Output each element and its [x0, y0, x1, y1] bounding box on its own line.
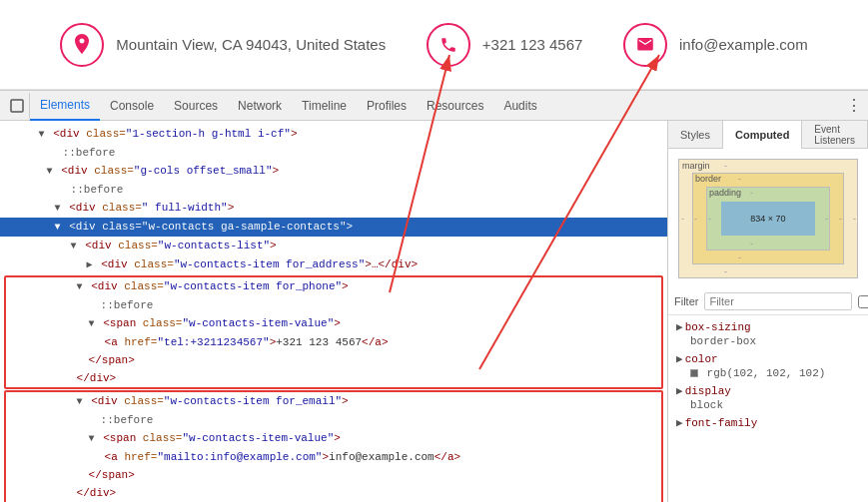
dom-line: </span>: [6, 466, 661, 484]
styles-panel: Styles Computed Event Listeners margin -…: [668, 121, 868, 502]
padding-right-dash: -: [825, 214, 828, 224]
css-prop-font-family: ▶ font-family: [676, 415, 860, 431]
expand-icon[interactable]: ▶: [676, 383, 683, 399]
email-highlight-box: ▼ <div class="w-contacts-item for_email"…: [4, 390, 663, 502]
dom-line: ▼ <div class="w-contacts-item for_phone"…: [6, 277, 661, 296]
prop-value-display: block: [676, 399, 860, 411]
filter-label: Filter: [674, 295, 698, 307]
tab-styles[interactable]: Styles: [668, 121, 723, 149]
dom-line: </span>: [6, 351, 661, 369]
devtools-toolbar: Elements Console Sources Network Timelin…: [0, 91, 868, 121]
devtools-panel: Elements Console Sources Network Timelin…: [0, 90, 868, 502]
tab-audits[interactable]: Audits: [493, 91, 546, 121]
prop-name[interactable]: font-family: [685, 415, 758, 431]
box-model: margin - - - - border - - - - padding -: [678, 159, 858, 278]
padding-top-dash: -: [750, 188, 753, 198]
dom-line: ::before: [6, 296, 661, 314]
devtools-content: ▼ <div class="1-section-h g-html i-cf"> …: [0, 121, 868, 502]
content-layer: 834 × 70: [721, 202, 815, 236]
content-size: 834 × 70: [750, 214, 785, 224]
border-left-dash: -: [694, 214, 697, 224]
top-bar: Mountain View, CA 94043, United States +…: [0, 0, 868, 90]
tab-console[interactable]: Console: [100, 91, 164, 121]
tab-resources[interactable]: Resources: [417, 91, 493, 121]
padding-bottom-dash: -: [750, 239, 753, 249]
dom-line: </div>: [6, 484, 661, 502]
dom-line: ▼ <div class="w-contacts-item for_email"…: [6, 392, 661, 411]
prop-name[interactable]: color: [685, 351, 718, 367]
padding-left-dash: -: [708, 214, 711, 224]
border-label: border: [695, 174, 721, 184]
location-icon: [60, 23, 104, 67]
margin-label: margin: [682, 161, 710, 171]
padding-label: padding: [709, 188, 741, 198]
margin-bottom-dash: -: [724, 266, 727, 276]
expand-icon[interactable]: ▶: [676, 319, 683, 335]
tab-profiles[interactable]: Profiles: [357, 91, 417, 121]
location-contact: Mountain View, CA 94043, United States: [60, 23, 386, 67]
dom-line: <a href="mailto:info@example.com">info@e…: [6, 448, 661, 466]
prop-value-box-sizing: border-box: [676, 335, 860, 347]
margin-right-dash: -: [853, 214, 856, 224]
box-model-container: margin - - - - border - - - - padding -: [668, 149, 868, 288]
margin-left-dash: -: [681, 214, 684, 224]
tab-event-listeners[interactable]: Event Listeners: [802, 121, 868, 149]
dom-line: ▼ <div class="g-cols offset_small">: [0, 162, 667, 181]
dom-line: ::before: [0, 181, 667, 199]
dom-line-selected[interactable]: ▼ <div class="w-contacts ga-sample-conta…: [0, 218, 667, 237]
elements-panel[interactable]: ▼ <div class="1-section-h g-html i-cf"> …: [0, 121, 668, 502]
dom-line: ::before: [0, 144, 667, 162]
email-text: info@example.com: [679, 36, 808, 53]
phone-highlight-box: ▼ <div class="w-contacts-item for_phone"…: [4, 275, 663, 389]
cursor-icon[interactable]: [4, 93, 30, 119]
border-bottom-dash: -: [738, 252, 741, 262]
show-checkbox[interactable]: [858, 295, 868, 308]
color-swatch: [690, 369, 698, 377]
dom-line: ▼ <div class="1-section-h g-html i-cf">: [0, 125, 667, 144]
phone-text: +321 123 4567: [482, 36, 583, 53]
phone-contact: +321 123 4567: [427, 23, 583, 67]
border-top-dash: -: [738, 174, 741, 184]
filter-bar: Filter Show: [668, 288, 868, 315]
location-text: Mountain View, CA 94043, United States: [116, 36, 386, 53]
dom-line: ▼ <div class="w-contacts-list">: [0, 237, 667, 255]
dom-line: ▼ <div class=" full-width">: [0, 199, 667, 218]
email-icon: [623, 23, 667, 67]
show-checkbox-group: Show: [858, 295, 868, 308]
tab-elements[interactable]: Elements: [30, 91, 100, 121]
tab-sources[interactable]: Sources: [164, 91, 228, 121]
phone-icon: [427, 23, 470, 67]
tab-computed[interactable]: Computed: [723, 121, 802, 149]
expand-icon[interactable]: ▶: [676, 351, 683, 367]
expand-icon[interactable]: ▶: [676, 415, 683, 431]
css-properties: ▶ box-sizing border-box ▶ color rgb(102,…: [668, 315, 868, 502]
tab-network[interactable]: Network: [228, 91, 292, 121]
dom-line: ▼ <span class="w-contacts-item-value">: [6, 429, 661, 448]
dom-line: ▶ <div class="w-contacts-item for_addres…: [0, 255, 667, 274]
tab-timeline[interactable]: Timeline: [292, 91, 357, 121]
more-options-icon[interactable]: ⋮: [844, 91, 864, 121]
styles-tabs: Styles Computed Event Listeners: [668, 121, 868, 149]
dom-line: ::before: [6, 411, 661, 429]
css-prop-color: ▶ color rgb(102, 102, 102): [676, 351, 860, 379]
css-prop-display: ▶ display block: [676, 383, 860, 411]
svg-rect-0: [11, 100, 23, 112]
prop-value-color: rgb(102, 102, 102): [676, 367, 860, 379]
dom-line: </div>: [6, 369, 661, 387]
css-prop-box-sizing: ▶ box-sizing border-box: [676, 319, 860, 347]
filter-input[interactable]: [704, 292, 852, 310]
margin-top-dash: -: [724, 161, 727, 171]
prop-name[interactable]: display: [685, 383, 731, 399]
email-contact: info@example.com: [623, 23, 808, 67]
prop-name[interactable]: box-sizing: [685, 319, 751, 335]
border-right-dash: -: [839, 214, 842, 224]
dom-line: ▼ <span class="w-contacts-item-value">: [6, 314, 661, 333]
dom-line: <a href="tel:+3211234567">+321 123 4567<…: [6, 333, 661, 351]
